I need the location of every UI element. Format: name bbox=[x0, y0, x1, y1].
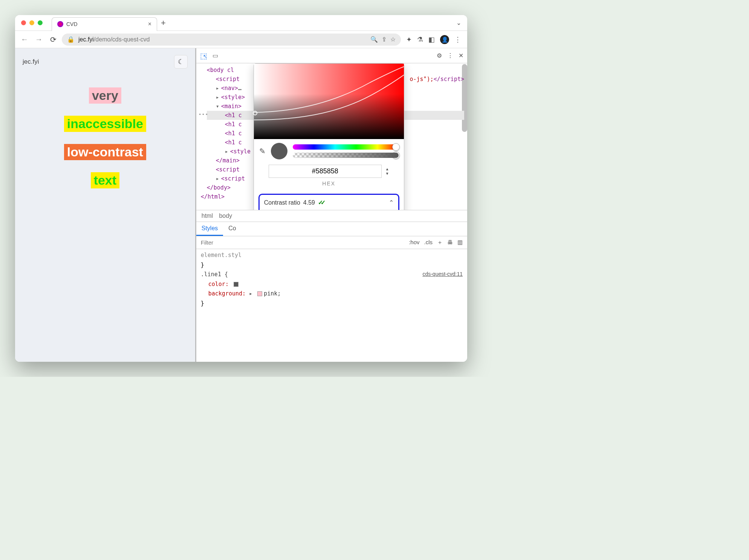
settings-icon[interactable]: ⚙ bbox=[437, 52, 442, 59]
elements-breadcrumb[interactable]: html body bbox=[196, 210, 467, 222]
styles-body[interactable]: element.styl } cds-quest-cvd:11 .line1 {… bbox=[196, 249, 467, 310]
contrast-value: 4.59 bbox=[303, 198, 315, 208]
devtools-menu-icon[interactable]: ⋮ bbox=[447, 52, 453, 59]
element-style-label: element.styl bbox=[201, 251, 463, 260]
rule-selector: .line1 { bbox=[201, 271, 228, 278]
alpha-knob[interactable] bbox=[392, 151, 400, 159]
devtools-panel: ⬚↖ ▭ ⚙ ⋮ ✕ <body cl <script o-js");</scr… bbox=[195, 48, 467, 362]
styles-tab-bar: Styles Co bbox=[196, 222, 467, 236]
bookmark-icon[interactable]: ☆ bbox=[390, 36, 396, 43]
content-area: jec.fyi ☾ very inaccessible low-contrast… bbox=[15, 48, 467, 362]
new-style-rule-icon[interactable]: ＋ bbox=[437, 239, 443, 246]
tab-computed[interactable]: Co bbox=[223, 222, 241, 236]
sample-line1: very bbox=[89, 87, 121, 104]
tab-title: CVD bbox=[66, 21, 145, 27]
contrast-label: Contrast ratio bbox=[264, 198, 300, 208]
share-icon[interactable]: ⇪ bbox=[382, 36, 387, 43]
eyedropper-icon[interactable]: ✎ bbox=[259, 145, 266, 157]
browser-toolbar-icons: ✦ ⚗ ◧ 👤 ⋮ bbox=[404, 35, 463, 44]
page-preview: jec.fyi ☾ very inaccessible low-contrast… bbox=[15, 48, 195, 362]
url-text: jec.fyi/demo/cds-quest-cvd bbox=[78, 36, 150, 43]
format-stepper[interactable]: ▲▼ bbox=[385, 167, 389, 176]
devtools-header: ⬚↖ ▭ ⚙ ⋮ ✕ bbox=[196, 48, 467, 63]
inspect-element-icon[interactable]: ⬚↖ bbox=[200, 51, 207, 60]
styles-filter-row: :hov .cls ＋ 🖶 ▥ bbox=[196, 236, 467, 249]
window-controls bbox=[21, 20, 43, 25]
sample-line3: low-contrast bbox=[64, 144, 146, 160]
hex-input[interactable] bbox=[269, 165, 382, 178]
url-bar: ← → ⟳ 🔒 jec.fyi/demo/cds-quest-cvd 🔍 ⇪ ☆… bbox=[15, 31, 467, 48]
color-swatch[interactable] bbox=[234, 282, 238, 287]
spectrum-selector[interactable] bbox=[253, 111, 257, 115]
close-devtools-icon[interactable]: ✕ bbox=[459, 52, 463, 59]
double-check-icon: ✓✓ bbox=[318, 198, 323, 208]
cls-toggle[interactable]: .cls bbox=[424, 239, 433, 246]
labs-icon[interactable]: ⚗ bbox=[417, 35, 423, 44]
computed-styles-icon[interactable]: 🖶 bbox=[447, 239, 453, 246]
new-tab-button[interactable]: + bbox=[161, 18, 166, 28]
tabs-dropdown-icon[interactable]: ⌄ bbox=[456, 19, 461, 26]
sample-line2: inaccessible bbox=[64, 116, 146, 132]
hex-format-label: HEX bbox=[322, 179, 335, 188]
hov-toggle[interactable]: :hov bbox=[409, 239, 419, 246]
color-swatch[interactable] bbox=[257, 291, 262, 296]
page-brand: jec.fyi bbox=[23, 58, 39, 66]
tab-favicon bbox=[57, 21, 63, 27]
profile-avatar[interactable]: 👤 bbox=[440, 35, 449, 44]
browser-tab[interactable]: CVD × bbox=[52, 17, 157, 31]
collapse-contrast-icon[interactable]: ⌃ bbox=[389, 198, 394, 208]
styles-filter-input[interactable] bbox=[196, 236, 404, 249]
close-window-button[interactable] bbox=[21, 20, 26, 25]
back-button[interactable]: ← bbox=[19, 35, 30, 44]
minimize-window-button[interactable] bbox=[29, 20, 34, 25]
address-bar[interactable]: 🔒 jec.fyi/demo/cds-quest-cvd 🔍 ⇪ ☆ bbox=[62, 34, 401, 46]
moon-icon: ☾ bbox=[178, 58, 184, 66]
browser-menu-icon[interactable]: ⋮ bbox=[454, 35, 461, 44]
titlebar: CVD × + ⌄ bbox=[15, 15, 467, 31]
sample-line4: text bbox=[91, 172, 119, 188]
color-picker-popover: ✎ ▲▼ HEX bbox=[254, 63, 404, 210]
device-toolbar-icon[interactable]: ▭ bbox=[212, 52, 218, 59]
color-spectrum[interactable] bbox=[254, 64, 404, 139]
elements-tree[interactable]: <body cl <script o-js");</script> <nav>…… bbox=[196, 63, 467, 210]
hue-knob[interactable] bbox=[392, 143, 400, 151]
forward-button[interactable]: → bbox=[33, 35, 44, 44]
extensions-icon[interactable]: ✦ bbox=[406, 35, 412, 44]
current-color-preview bbox=[271, 143, 287, 159]
zoom-icon[interactable]: 🔍 bbox=[370, 36, 378, 43]
lock-icon: 🔒 bbox=[67, 36, 75, 43]
hue-slider[interactable] bbox=[293, 144, 399, 150]
tab-styles[interactable]: Styles bbox=[196, 222, 223, 236]
alpha-slider[interactable] bbox=[293, 153, 399, 158]
theme-toggle-button[interactable]: ☾ bbox=[174, 55, 188, 69]
browser-window: CVD × + ⌄ ← → ⟳ 🔒 jec.fyi/demo/cds-quest… bbox=[15, 15, 467, 362]
toggle-sidebar-icon[interactable]: ▥ bbox=[457, 239, 463, 246]
sidepanel-icon[interactable]: ◧ bbox=[428, 35, 435, 44]
maximize-window-button[interactable] bbox=[38, 20, 43, 25]
source-link[interactable]: cds-quest-cvd:11 bbox=[422, 270, 463, 279]
reload-button[interactable]: ⟳ bbox=[47, 35, 59, 44]
contrast-ratio-box: Contrast ratio 4.59 ✓✓ ⌃ AA: 3.0 ✓ AAA: … bbox=[258, 194, 399, 210]
close-tab-icon[interactable]: × bbox=[148, 21, 151, 28]
